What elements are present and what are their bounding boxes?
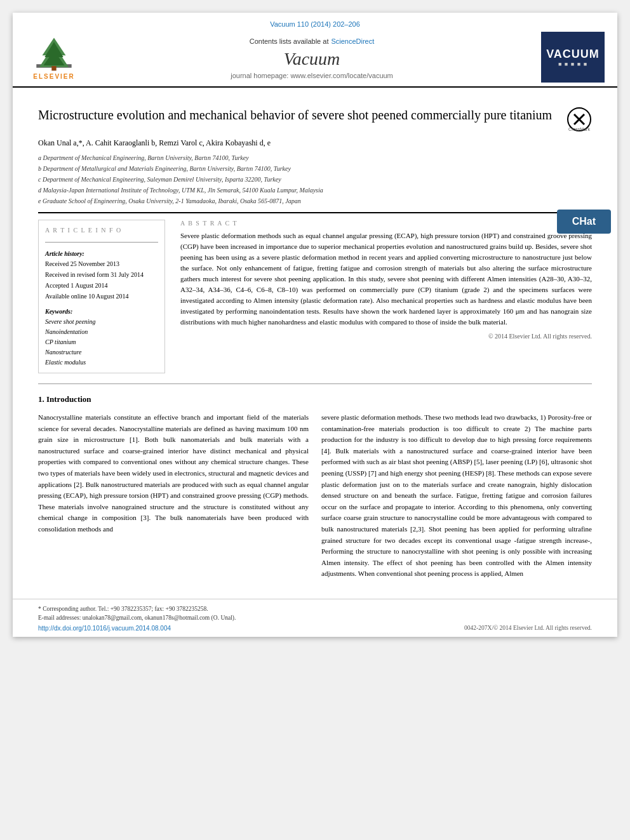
footer-links: http://dx.doi.org/10.1016/j.vacuum.2014.… bbox=[38, 625, 592, 632]
info-abstract-row: A R T I C L E I N F O Article history: R… bbox=[38, 220, 592, 373]
journal-homepage: journal homepage: www.elsevier.com/locat… bbox=[83, 72, 541, 79]
affiliation-c: c Department of Mechanical Engineering, … bbox=[38, 175, 592, 184]
body-two-col: Nanocrystalline materials constitute an … bbox=[38, 412, 592, 580]
affiliation-e: e Graduate School of Engineering, Osaka … bbox=[38, 196, 592, 206]
article-page: Vacuum 110 (2014) 202–206 ELSEVIER Conte… bbox=[13, 13, 617, 637]
abstract-text: Severe plastic deformation methods such … bbox=[180, 230, 592, 328]
article-info-box: A R T I C L E I N F O Article history: R… bbox=[38, 220, 165, 373]
received-date: Received 25 November 2013 bbox=[45, 259, 158, 269]
keyword-5: Elastic modulus bbox=[45, 357, 158, 368]
header-top-row: ELSEVIER Contents lists available at Sci… bbox=[25, 32, 605, 83]
keywords-label: Keywords: bbox=[45, 307, 158, 317]
chat-button[interactable]: CHat bbox=[557, 210, 611, 234]
contents-label: Contents lists available at bbox=[250, 37, 329, 45]
svg-rect-3 bbox=[51, 65, 56, 70]
body-text-left: Nanocrystalline materials constitute an … bbox=[38, 412, 309, 535]
title-section: Microstructure evolution and mechanical … bbox=[38, 100, 592, 132]
authors-line: Okan Unal a,*, A. Cahit Karaoglanli b, R… bbox=[38, 138, 592, 148]
vacuum-logo-sub: ■ ■ ■ ■ ■ bbox=[544, 61, 602, 67]
abstract-title: A B S T R A C T bbox=[180, 220, 592, 227]
elsevier-tree-icon bbox=[29, 35, 79, 73]
svg-text:CrossMark: CrossMark bbox=[568, 127, 590, 131]
elsevier-logo: ELSEVIER bbox=[25, 35, 83, 80]
email-note: E-mail addresses: unalokan78@gmail.com, … bbox=[38, 613, 592, 622]
corresponding-note: * Corresponding author. Tel.: +90 378223… bbox=[38, 604, 592, 613]
volume-info: Vacuum 110 (2014) 202–206 bbox=[270, 20, 360, 28]
body-text-right: severe plastic deformation methods. Thes… bbox=[321, 412, 592, 580]
vacuum-logo-box: VACUUM ■ ■ ■ ■ ■ bbox=[541, 32, 605, 83]
elsevier-text: ELSEVIER bbox=[33, 73, 74, 80]
abstract-col: A B S T R A C T Severe plastic deformati… bbox=[180, 220, 592, 373]
article-body: Microstructure evolution and mechanical … bbox=[13, 88, 617, 592]
affiliation-a: a Department of Mechanical Engineering, … bbox=[38, 153, 592, 163]
keyword-2: Nanoindentation bbox=[45, 327, 158, 337]
article-info-title: A R T I C L E I N F O bbox=[45, 225, 158, 236]
keyword-1: Severe shot peening bbox=[45, 317, 158, 327]
affiliation-d: d Malaysia-Japan International Institute… bbox=[38, 185, 592, 195]
article-info-col: A R T I C L E I N F O Article history: R… bbox=[38, 220, 165, 373]
section-1-title: 1. Introduction bbox=[38, 394, 592, 404]
body-col-left: Nanocrystalline materials constitute an … bbox=[38, 412, 309, 580]
divider-body bbox=[38, 383, 592, 384]
accepted-date: Accepted 1 August 2014 bbox=[45, 281, 158, 291]
affiliations: a Department of Mechanical Engineering, … bbox=[38, 153, 592, 206]
corresponding-text: * Corresponding author. Tel.: +90 378223… bbox=[38, 606, 208, 612]
email-text: E-mail addresses: unalokan78@gmail.com, … bbox=[38, 615, 236, 621]
keywords-section: Keywords: Severe shot peening Nanoindent… bbox=[45, 307, 158, 368]
vacuum-logo-title: VACUUM bbox=[544, 48, 602, 61]
journal-center: Contents lists available at ScienceDirec… bbox=[83, 35, 541, 79]
affiliation-b: b Department of Metallurgical and Materi… bbox=[38, 164, 592, 173]
revised-date: Received in revised form 31 July 2014 bbox=[45, 270, 158, 280]
article-title: Microstructure evolution and mechanical … bbox=[38, 107, 554, 123]
issn-copyright: 0042-207X/© 2014 Elsevier Ltd. All right… bbox=[464, 625, 592, 632]
divider-thick bbox=[38, 212, 592, 213]
journal-header: Vacuum 110 (2014) 202–206 ELSEVIER Conte… bbox=[13, 13, 617, 88]
article-main: 1. Introduction Nanocrystalline material… bbox=[38, 394, 592, 580]
article-footer: * Corresponding author. Tel.: +90 378223… bbox=[13, 599, 617, 637]
authors-text: Okan Unal a,*, A. Cahit Karaoglanli b, R… bbox=[38, 138, 271, 147]
journal-title: Vacuum bbox=[83, 49, 541, 69]
keyword-3: CP titanium bbox=[45, 337, 158, 347]
article-history: Article history: Received 25 November 20… bbox=[45, 249, 158, 302]
info-divider bbox=[45, 242, 158, 243]
crossmark-icon: CrossMark bbox=[566, 107, 592, 132]
body-col-right: severe plastic deformation methods. Thes… bbox=[321, 412, 592, 580]
abstract-copyright: © 2014 Elsevier Ltd. All rights reserved… bbox=[180, 333, 592, 340]
keyword-4: Nanostructure bbox=[45, 347, 158, 357]
sciencedirect-info: Contents lists available at ScienceDirec… bbox=[83, 35, 541, 46]
sciencedirect-label: ScienceDirect bbox=[331, 37, 374, 45]
abstract-section: A B S T R A C T Severe plastic deformati… bbox=[180, 220, 592, 340]
doi-link[interactable]: http://dx.doi.org/10.1016/j.vacuum.2014.… bbox=[38, 625, 171, 632]
history-label: Article history: bbox=[45, 249, 158, 259]
available-date: Available online 10 August 2014 bbox=[45, 291, 158, 302]
